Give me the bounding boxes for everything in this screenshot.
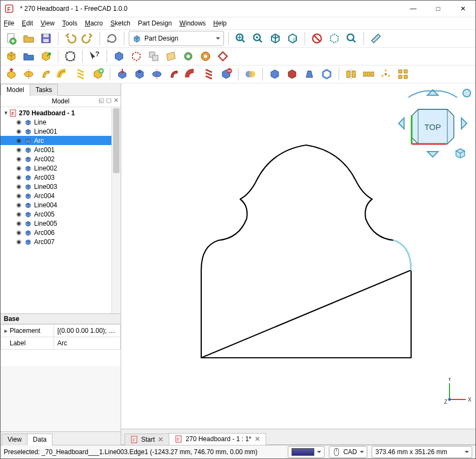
tree-item[interactable]: ◉Arc005 <box>1 209 111 219</box>
zoom-button[interactable] <box>344 31 359 46</box>
minimize-button[interactable]: — <box>401 1 426 17</box>
sub-pipe-button[interactable] <box>184 67 199 82</box>
navigation-cube[interactable]: TOP <box>392 86 473 167</box>
groove-button[interactable] <box>149 67 164 82</box>
tree-item[interactable]: ◉Arc006 <box>1 228 111 237</box>
undo-button[interactable] <box>63 31 78 46</box>
property-row[interactable]: ▸Placement[(0.00 0.00 1.00); 0.... <box>1 324 121 337</box>
tree-item[interactable]: ◉Line005 <box>1 219 111 228</box>
mirrored-button[interactable] <box>343 67 359 82</box>
property-row[interactable]: LabelArc <box>1 337 121 349</box>
pipe-button[interactable] <box>56 67 71 82</box>
menu-tools[interactable]: Tools <box>62 19 77 27</box>
export-button[interactable] <box>38 49 54 64</box>
measure-button[interactable] <box>368 31 384 46</box>
close-button[interactable]: ✕ <box>451 1 475 17</box>
model-tree[interactable]: ▼F270 Headboard - 1◉Line◉Line001◉Arc◉Arc… <box>1 107 111 313</box>
doc-tab[interactable]: F270 Headboard - 1 : 1*✕ <box>169 433 266 445</box>
helix-button[interactable] <box>73 67 88 82</box>
menu-file[interactable]: File <box>4 19 14 27</box>
workbench-selector[interactable]: Part Design <box>129 31 224 46</box>
sub-loft-button[interactable] <box>167 67 182 82</box>
nav-style-combo[interactable]: CAD <box>329 446 367 458</box>
fit-all-button[interactable] <box>233 31 248 46</box>
polar-pattern-button[interactable] <box>378 67 393 82</box>
redo-button[interactable] <box>80 31 95 46</box>
hole-button[interactable] <box>132 67 147 82</box>
menu-help[interactable]: Help <box>213 19 227 27</box>
pad-button[interactable] <box>4 67 19 82</box>
tree-item[interactable]: ◉Arc001 <box>1 145 111 154</box>
bounding-box-button[interactable] <box>327 31 342 46</box>
svg-rect-30 <box>363 72 366 76</box>
tree-item[interactable]: ◉Arc003 <box>1 173 111 182</box>
boolean-button[interactable] <box>243 67 258 82</box>
sub-box-button[interactable] <box>219 67 234 82</box>
shaft-wizard-button[interactable] <box>215 49 230 64</box>
pocket-button[interactable] <box>115 67 130 82</box>
whats-this-button[interactable]: ? <box>87 49 102 64</box>
menu-view[interactable]: View <box>41 19 55 27</box>
menu-bar: File Edit View Tools Macro Sketch Part D… <box>1 17 475 30</box>
tab-close-icon[interactable]: ✕ <box>158 436 163 443</box>
part-button[interactable] <box>21 49 36 64</box>
tab-model[interactable]: Model <box>1 84 30 96</box>
loft-button[interactable] <box>38 67 54 82</box>
tree-item[interactable]: ◉Arc004 <box>1 191 111 200</box>
save-doc-button[interactable] <box>38 31 54 46</box>
menu-part-design[interactable]: Part Design <box>138 19 172 27</box>
drawstyle-button[interactable] <box>309 31 325 46</box>
face-color-combo[interactable] <box>288 446 325 458</box>
tree-item[interactable]: ◉Line001 <box>1 127 111 136</box>
panel-max-icon[interactable]: ▢ <box>106 97 111 104</box>
menu-windows[interactable]: Windows <box>180 19 206 27</box>
tree-item[interactable]: ◉Arc002 <box>1 154 111 163</box>
sub-helix-button[interactable] <box>201 67 216 82</box>
chamfer-button[interactable] <box>285 67 300 82</box>
tree-root[interactable]: ▼F270 Headboard - 1 <box>1 108 111 117</box>
revolution-button[interactable] <box>21 67 36 82</box>
menu-sketch[interactable]: Sketch <box>110 19 130 27</box>
tree-item[interactable]: ◉Line <box>1 117 111 127</box>
tree-item[interactable]: ◉Arc007 <box>1 237 111 246</box>
involute-gear-button[interactable] <box>198 49 213 64</box>
additive-box-button[interactable] <box>90 67 105 82</box>
tree-item[interactable]: ◉Line004 <box>1 200 111 209</box>
subshapebinder-button[interactable] <box>129 49 144 64</box>
tab-view-bottom[interactable]: View <box>2 434 28 445</box>
datum-plane-button[interactable] <box>163 49 178 64</box>
tab-close-icon[interactable]: ✕ <box>255 435 260 443</box>
dimensions-combo[interactable]: 373.46 mm x 351.26 mm <box>372 446 472 458</box>
clone-button[interactable] <box>146 49 161 64</box>
draft-button[interactable] <box>302 67 317 82</box>
linear-pattern-button[interactable] <box>361 67 376 82</box>
thickness-button[interactable] <box>319 67 334 82</box>
sprocket-button[interactable] <box>181 49 196 64</box>
viewport-3d[interactable]: TOP X Y <box>121 83 475 429</box>
view-front-button[interactable] <box>285 31 300 46</box>
menu-edit[interactable]: Edit <box>22 19 33 27</box>
tab-data-bottom[interactable]: Data <box>27 434 52 445</box>
separator <box>305 32 305 45</box>
tree-item[interactable]: ◉Arc <box>1 136 111 145</box>
multitransform-button[interactable] <box>395 67 411 82</box>
menu-macro[interactable]: Macro <box>85 19 103 27</box>
tree-item[interactable]: ◉Line003 <box>1 182 111 191</box>
open-doc-button[interactable] <box>21 31 36 46</box>
maximize-button[interactable]: □ <box>426 1 451 17</box>
isometric-button[interactable] <box>268 31 283 46</box>
new-doc-button[interactable] <box>4 31 19 46</box>
group-button[interactable] <box>63 49 78 64</box>
panel-float-icon[interactable]: ◱ <box>98 97 104 104</box>
fit-selection-button[interactable] <box>250 31 266 46</box>
tree-item[interactable]: ◉Line002 <box>1 163 111 173</box>
refresh-button[interactable] <box>104 31 120 46</box>
shapebinder-button[interactable] <box>111 49 127 64</box>
tree-scrollbar[interactable] <box>111 107 121 313</box>
svg-point-33 <box>385 73 387 75</box>
tab-tasks[interactable]: Tasks <box>30 84 58 96</box>
panel-close-icon[interactable]: ✕ <box>114 97 118 104</box>
fillet-button[interactable] <box>267 67 282 82</box>
doc-tab[interactable]: FStart✕ <box>124 434 169 445</box>
create-body-button[interactable] <box>4 49 19 64</box>
